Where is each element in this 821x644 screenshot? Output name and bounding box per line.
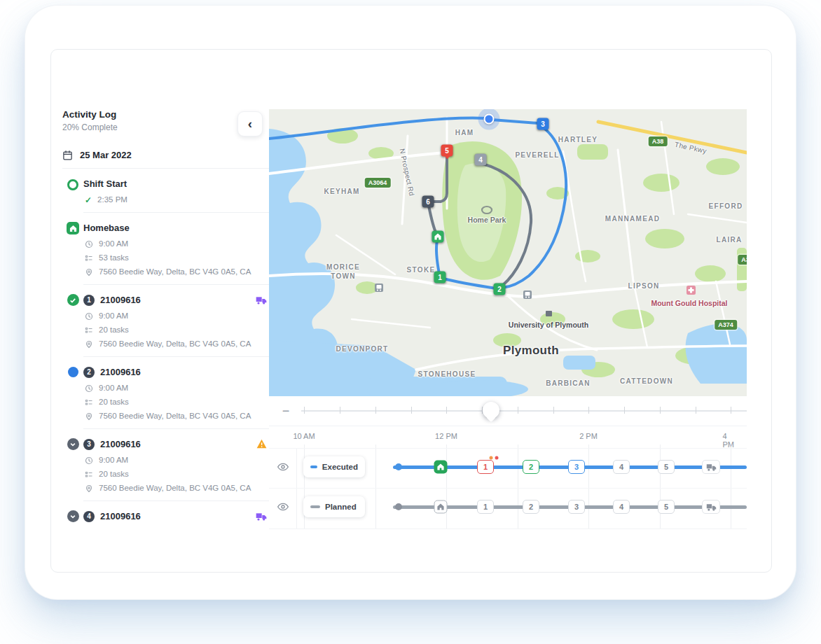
district-label: KEYHAM [324,188,359,195]
legend-label: Executed [322,463,358,471]
stop-address: 7560 Beedie Way, Delta, BC V4G 0A5, CA [99,484,251,493]
gantt-start-dot-planned[interactable] [395,503,402,510]
entry-stop-3[interactable]: 3 21009616 9:00 AM 20 tasks [62,438,270,501]
entry-title: Shift Start [83,178,270,190]
stop-address: 7560 Beedie Way, Delta, BC V4G 0A5, CA [99,340,251,349]
stop-number-badge: 2 [83,367,95,378]
map-marker-5[interactable]: 5 [441,145,453,157]
map-marker-1[interactable]: 1 [434,272,446,284]
city-label: Plymouth [503,344,559,358]
slider-tick [340,407,340,414]
entry-status-column [62,438,83,501]
gantt-stop-4-executed[interactable]: 4 [613,460,630,474]
gantt-stop-2-executed[interactable]: 2 [523,460,539,474]
truck-icon [256,511,267,524]
gantt-stop-3-planned[interactable]: 3 [568,500,585,514]
slider-track[interactable] [301,410,747,412]
legend-chip-planned[interactable]: Planned [303,496,365,517]
entry-status-column [62,178,83,213]
slider-handle[interactable] [483,402,499,419]
entry-shift-start[interactable]: Shift Start ✓ 2:35 PM [62,178,270,213]
time-icon [85,456,93,465]
homebase-tasks: 53 tasks [99,253,129,262]
map-marker-3[interactable]: 3 [537,118,549,130]
stop-completed-icon [67,294,79,306]
map-marker-homebase[interactable] [432,231,444,243]
time-label: 2 PM [579,432,598,440]
tablet-frame: Activity Log 20% Complete 25 Mar 2022 Sh… [25,6,796,599]
district-label: HAM [455,129,474,136]
district-label: LIPSON [628,282,659,290]
entry-time-row: 9:00 AM [83,239,270,248]
stop-number-badge: 1 [83,295,95,306]
gantt-gridline [446,444,447,528]
gantt-stop-3-executed[interactable]: 3 [568,460,585,474]
slider-tick [411,407,412,414]
entry-body: Homebase 9:00 AM 53 tasks 7560 Beedie Wa… [83,222,270,285]
warning-icon [256,439,267,451]
gantt-homebase-planned[interactable] [434,500,448,514]
gantt-stop-5-planned[interactable]: 5 [658,500,675,514]
time-range-slider: − [269,396,747,426]
map-canvas[interactable]: HAM HARTLEY PEVERELL KEYHAM MANNAMEAD EF… [269,109,747,396]
truck-icon [706,463,717,471]
gantt-truck-executed[interactable] [702,460,720,474]
gantt-homebase-executed[interactable] [434,461,448,474]
time-label: 10 AM [293,432,315,440]
gantt-start-dot-executed[interactable] [395,463,402,470]
gantt-row-divider [269,448,747,449]
entry-homebase[interactable]: Homebase 9:00 AM 53 tasks 7560 Beedie Wa… [62,222,270,285]
district-label: DEVONPORT [336,345,388,353]
stop-time: 9:00 AM [99,312,128,321]
station-icon [375,284,383,292]
gantt-stop-2-planned[interactable]: 2 [523,500,539,514]
map-marker-6[interactable]: 6 [422,196,434,208]
entry-body: 1 21009616 9:00 AM 20 tasks [83,294,270,357]
stop-id: 21009616 [100,510,141,523]
gantt-stop-1-planned[interactable]: 1 [477,500,494,514]
entry-time-row: ✓ 2:35 PM [83,195,270,204]
slider-tick [304,407,305,414]
entry-status-column [62,366,83,429]
entry-title: 1 21009616 [83,294,270,307]
entry-body: 2 21009616 9:00 AM 20 tasks 7560 Beedie … [83,366,270,429]
gantt-truck-planned[interactable] [702,500,720,514]
chevron-left-icon: ‹ [248,116,252,132]
sidebar-collapse-button[interactable]: ‹ [237,111,263,136]
gantt-stop-1-executed[interactable]: 1 [477,460,494,474]
stop-id: 21009616 [100,294,141,307]
entry-stop-4[interactable]: 4 21009616 [62,510,270,531]
map-marker-4[interactable]: 4 [475,154,487,166]
slider-tick [624,407,625,414]
entry-body: Shift Start ✓ 2:35 PM [83,178,270,213]
gantt-stop-5-executed[interactable]: 5 [658,460,675,474]
date-row[interactable]: 25 Mar 2022 [62,150,270,169]
entry-tasks-row: 20 tasks [83,326,270,335]
map-marker-2[interactable]: 2 [494,284,506,295]
eye-icon-planned[interactable] [276,501,290,512]
entry-stop-1[interactable]: 1 21009616 9:00 AM 20 tasks [62,294,270,357]
gantt-stop-4-planned[interactable]: 4 [613,500,630,514]
vehicle-location-dot[interactable] [484,114,495,125]
stop-upcoming-icon [67,438,79,450]
stop-number-badge: 3 [83,439,95,450]
check-icon: ✓ [85,196,92,204]
eye-icon-executed[interactable] [276,461,290,472]
page: Activity Log 20% Complete 25 Mar 2022 Sh… [0,0,821,644]
stop-id: 21009616 [100,438,141,451]
entry-body: 3 21009616 9:00 AM 20 tasks [83,438,270,501]
time-icon [85,384,93,393]
truck-icon [706,503,717,511]
entry-stop-2[interactable]: 2 21009616 9:00 AM 20 tasks 7560 Beedie … [62,366,270,429]
slider-tick [446,407,447,414]
executed-dash-icon [310,465,317,468]
tasks-icon [85,470,93,479]
date-label: 25 Mar 2022 [80,150,132,160]
slider-tick [375,407,376,414]
time-icon [85,240,93,248]
stop-current-icon [68,367,78,377]
legend-chip-executed[interactable]: Executed [303,456,365,477]
zoom-out-icon[interactable]: − [277,402,294,419]
slider-tick [553,407,554,414]
entry-time-row: 9:00 AM [83,312,270,321]
